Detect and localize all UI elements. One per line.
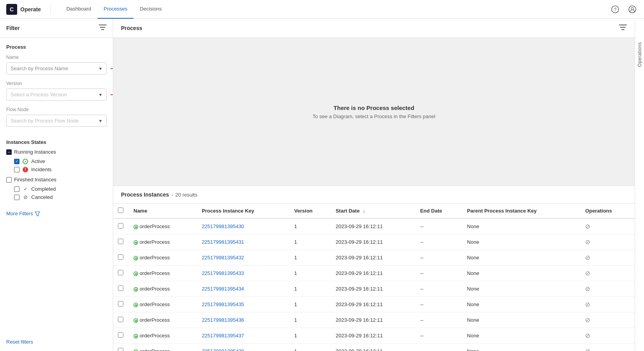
- td-end-date-8: --: [415, 344, 462, 351]
- completed-checkbox[interactable]: [14, 186, 20, 192]
- td-name-4: orderProcess: [129, 281, 197, 297]
- td-end-date-7: --: [415, 328, 462, 344]
- row-checkbox-0[interactable]: [118, 223, 123, 229]
- active-state-item: Active: [6, 157, 107, 165]
- reset-filters-button[interactable]: Reset filters: [0, 339, 113, 351]
- flow-node-select[interactable]: Search by Process Flow Node: [6, 115, 107, 127]
- td-name-1: orderProcess: [129, 234, 197, 250]
- running-instances-checkbox[interactable]: [6, 149, 12, 155]
- canceled-checkbox[interactable]: [14, 195, 20, 200]
- td-key-0: 225179981395430: [197, 218, 290, 234]
- instances-table: Name Process Instance Key Version Start …: [113, 204, 635, 351]
- row-checkbox-4[interactable]: [118, 285, 123, 291]
- more-filters-button[interactable]: More Filters: [0, 204, 113, 223]
- td-version-8: 1: [290, 344, 331, 351]
- table-row: orderProcess 225179981395437 1 2023-09-2…: [113, 328, 635, 344]
- td-name-text-1: orderProcess: [140, 239, 170, 245]
- td-start-date-8: 2023-09-29 16:12:11: [331, 344, 415, 351]
- td-start-date-5: 2023-09-29 16:12:11: [331, 297, 415, 312]
- row-checkbox-6[interactable]: [118, 317, 123, 322]
- cancel-operation-icon-3[interactable]: ⊘: [585, 270, 590, 277]
- process-key-link-2[interactable]: 225179981395432: [202, 255, 244, 261]
- process-version-select[interactable]: Select a Process Version: [6, 89, 107, 101]
- td-name-text-0: orderProcess: [140, 223, 170, 229]
- td-checkbox-4: [113, 281, 129, 297]
- cancel-operation-icon-6[interactable]: ⊘: [585, 317, 590, 323]
- td-parent-key-7: None: [463, 328, 581, 344]
- process-key-link-8[interactable]: 225179981395438: [202, 348, 244, 351]
- active-status-icon: [23, 159, 28, 164]
- svg-rect-6: [101, 29, 104, 30]
- help-button[interactable]: ?: [610, 4, 621, 15]
- row-checkbox-3[interactable]: [118, 270, 123, 275]
- td-operations-4: ⊘: [580, 281, 635, 297]
- sidebar: Filter Process Name Search by Process Na…: [0, 19, 113, 351]
- main-layout: Filter Process Name Search by Process Na…: [0, 19, 644, 351]
- row-checkbox-7[interactable]: [118, 332, 123, 338]
- process-key-link-1[interactable]: 225179981395431: [202, 239, 244, 245]
- flow-node-label: Flow Node: [6, 107, 107, 112]
- process-name-select[interactable]: Search by Process Name: [6, 62, 107, 74]
- td-version-5: 1: [290, 297, 331, 312]
- td-name-3: orderProcess: [129, 266, 197, 281]
- canceled-label: Canceled: [31, 194, 53, 200]
- row-status-icon-8: [133, 349, 138, 351]
- process-version-select-wrap: Select a Process Version ▼: [6, 89, 107, 101]
- td-version-7: 1: [290, 328, 331, 344]
- user-button[interactable]: [627, 4, 638, 15]
- flow-node-select-wrap: Search by Process Flow Node ▼: [6, 115, 107, 127]
- nav-tabs: Dashboard Processes Decisions: [60, 0, 168, 19]
- nav-tab-dashboard[interactable]: Dashboard: [60, 0, 98, 19]
- process-key-link-3[interactable]: 225179981395433: [202, 270, 244, 276]
- td-checkbox-1: [113, 234, 129, 250]
- cancel-operation-icon-7[interactable]: ⊘: [585, 332, 590, 339]
- td-end-date-1: --: [415, 234, 462, 250]
- process-filter-section: Process Name Search by Process Name ▼ Ve…: [0, 38, 113, 133]
- th-start-date[interactable]: Start Date ↓: [331, 204, 415, 218]
- td-version-4: 1: [290, 281, 331, 297]
- th-name: Name: [129, 204, 197, 218]
- td-parent-key-3: None: [463, 266, 581, 281]
- nav-tab-decisions[interactable]: Decisions: [133, 0, 168, 19]
- finished-instances-checkbox[interactable]: [6, 177, 12, 183]
- filter-toggle-button[interactable]: [99, 24, 107, 32]
- table-row: orderProcess 225179981395436 1 2023-09-2…: [113, 312, 635, 328]
- td-start-date-6: 2023-09-29 16:12:11: [331, 312, 415, 328]
- canceled-state-item: ⊘ Canceled: [6, 193, 107, 201]
- svg-rect-8: [619, 25, 627, 25]
- row-checkbox-5[interactable]: [118, 301, 123, 307]
- filter-title: Filter: [6, 25, 20, 31]
- process-key-link-7[interactable]: 225179981395437: [202, 333, 244, 339]
- process-key-link-4[interactable]: 225179981395434: [202, 286, 244, 292]
- process-name-select-wrap: Search by Process Name ▼: [6, 62, 107, 74]
- process-panel-header: Process: [113, 19, 635, 38]
- td-operations-8: ⊘: [580, 344, 635, 351]
- row-checkbox-2[interactable]: [118, 254, 123, 260]
- cancel-operation-icon-2[interactable]: ⊘: [585, 254, 590, 261]
- cancel-operation-icon-8[interactable]: ⊘: [585, 348, 590, 351]
- td-parent-key-1: None: [463, 234, 581, 250]
- td-operations-1: ⊘: [580, 234, 635, 250]
- cancel-operation-icon-5[interactable]: ⊘: [585, 301, 590, 308]
- th-version: Version: [290, 204, 331, 218]
- active-label: Active: [31, 158, 45, 164]
- sidebar-header: Filter: [0, 19, 113, 38]
- table-area: Process Instances - 20 results Name Proc…: [113, 186, 635, 351]
- cancel-operation-icon-4[interactable]: ⊘: [585, 285, 590, 292]
- process-key-link-0[interactable]: 225179981395430: [202, 223, 244, 229]
- process-key-link-5[interactable]: 225179981395435: [202, 301, 244, 307]
- nav-right: ?: [610, 4, 638, 15]
- incidents-checkbox[interactable]: [14, 167, 20, 172]
- row-checkbox-8[interactable]: [118, 348, 123, 351]
- active-checkbox[interactable]: [14, 159, 20, 164]
- process-panel-filter-button[interactable]: [619, 24, 627, 32]
- td-key-8: 225179981395438: [197, 344, 290, 351]
- td-version-6: 1: [290, 312, 331, 328]
- process-key-link-6[interactable]: 225179981395436: [202, 317, 244, 323]
- nav-tab-processes[interactable]: Processes: [98, 0, 134, 19]
- select-all-checkbox[interactable]: [118, 207, 123, 213]
- row-checkbox-1[interactable]: [118, 239, 123, 244]
- diagram-area: There is no Process selected To see a Di…: [113, 38, 635, 186]
- cancel-operation-icon-1[interactable]: ⊘: [585, 239, 590, 245]
- cancel-operation-icon-0[interactable]: ⊘: [585, 223, 590, 230]
